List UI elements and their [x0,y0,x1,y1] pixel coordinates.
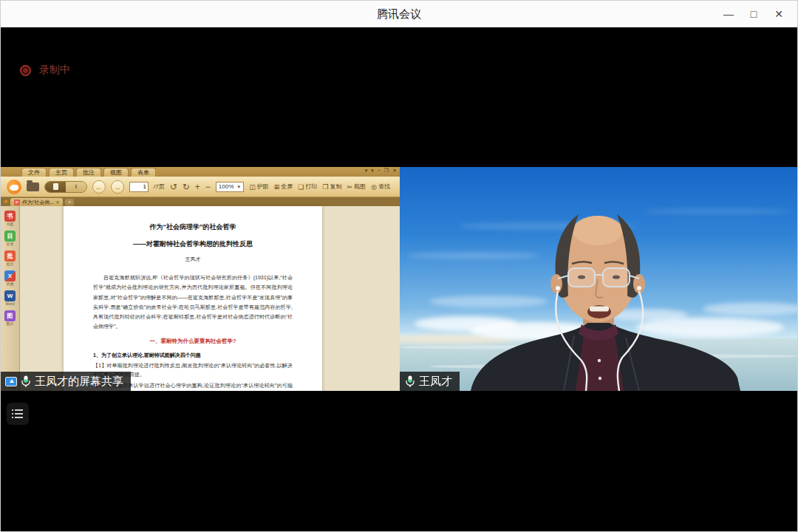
sidebar-label: Word [6,302,15,306]
camera-tile-nameplate: 王凤才 [400,372,460,391]
pdf-dropdown2-icon[interactable]: ▾ [371,168,374,174]
pdf-toolbar: ‖ ← → /7页 ↺ ↻ + − 100% ▼ [1,177,400,197]
pdf-app-logo-icon[interactable] [7,180,21,194]
pdf-menu-tab-view[interactable]: 视图 [103,168,129,177]
image-icon: 图 [4,310,16,321]
page-total-label: /7页 [154,183,165,191]
doc-paragraph-1: 自霍克海默就职演说,即《社会哲学的现状与社会研究所的任务》(1931)以来,“社… [93,273,293,332]
document-tab[interactable]: P 作为“社会病... × [10,198,63,206]
maximize-button[interactable]: □ [741,1,766,27]
zoom-level-value: 100% [219,183,233,190]
close-button[interactable]: ✕ [766,1,791,27]
tool-snapshot-button[interactable]: ✂ 截图 [347,183,366,191]
sidebar-label: 书签 [7,222,14,226]
tool-label: 打印 [305,183,317,191]
document-page: 作为“社会病理学”的社会哲学 ——对霍耐特社会哲学构想的批判性反思 王凤才 自霍… [64,206,322,391]
pdf-file-icon: P [14,200,20,205]
pdf-close-button[interactable]: ✕ [392,168,397,174]
screen-share-icon [5,377,17,386]
tool-print-button[interactable]: ❏ 打印 [298,183,317,191]
annotation-icon: 批 [4,250,16,262]
camera-tile[interactable]: 王凤才 [400,167,798,391]
microphone-icon [21,375,30,388]
tool-fullscreen-button[interactable]: ⊞ 全屏 [274,183,293,191]
zoom-in-icon[interactable]: + [195,183,200,191]
sidebar-contents-button[interactable]: 目 目录 [4,231,16,246]
camera-video-frame [400,167,798,391]
excel-convert-icon: X [4,270,16,282]
fullscreen-icon: ⊞ [274,183,280,191]
contents-icon: 目 [4,231,16,242]
document-tab-label: 作为“社会病... [22,199,54,206]
document-tab-close-icon[interactable]: × [56,200,59,205]
tool-label: 截图 [354,183,366,191]
page-back-button[interactable]: ← [92,180,106,194]
page-view-toggle[interactable]: ‖ [44,181,87,193]
sidebar-convert-excel-button[interactable]: X 转换 [4,270,16,286]
microphone-icon [406,375,415,388]
pdf-menu-tab-home[interactable]: 主页 [49,168,74,177]
pdf-menu-tab-file[interactable]: 文件 [21,168,47,177]
tool-find-button[interactable]: ◎ 查找 [371,183,390,191]
titlebar: 腾讯会议 — □ ✕ [1,1,797,27]
pdf-restore-button[interactable]: ❐ [384,168,389,174]
zoom-level-select[interactable]: 100% ▼ [216,182,244,192]
pdf-menubar: 文件 主页 批注 视图 表单 ▾ ▾ − ❐ ✕ [1,167,400,177]
pdf-menu-tab-comment[interactable]: 批注 [76,168,101,177]
collapse-panel-icon[interactable]: ◄ [2,197,8,206]
tool-label: 全屏 [281,183,293,191]
page-number-input[interactable] [129,182,149,192]
sidebar-image-button[interactable]: 图 图片 [4,310,16,326]
undo-icon[interactable]: ↺ [170,183,177,191]
agenda-list-button[interactable] [7,403,29,425]
tool-label: 复制 [330,183,341,191]
eyecare-icon: ◫ [249,183,256,191]
share-tile-nameplate: 王凤才的屏幕共享 [1,372,131,391]
redo-icon[interactable]: ↻ [183,183,190,191]
bookmark-icon: 书 [4,211,16,222]
new-tab-button[interactable]: + [65,199,74,206]
tool-eyecare-button[interactable]: ◫ 护眼 [249,183,269,191]
pdf-content-area: 书 书签 目 目录 批 批注 [1,206,400,391]
pdf-doc-tabstrip: ◄ P 作为“社会病... × + [1,197,400,206]
meeting-stage: 录制中 文件 主页 批注 视图 表单 ▾ ▾ − [1,27,798,532]
sidebar-annotation-button[interactable]: 批 批注 [4,250,16,266]
minimize-button[interactable]: — [716,1,741,27]
window-controls: — □ ✕ [716,1,791,27]
doc-author: 王凤才 [93,256,293,263]
zoom-caret-icon: ▼ [236,185,241,189]
snapshot-icon: ✂ [347,183,352,191]
recording-indicator: 录制中 [20,64,70,77]
tool-copy-button[interactable]: ❐ 复制 [322,183,341,191]
doc-point-1: 1、为了创立承认理论,霍耐特试图解决四个问题 [93,352,293,359]
doc-subtitle: ——对霍耐特社会哲学构想的批判性反思 [93,239,293,249]
pdf-canvas[interactable]: 作为“社会病理学”的社会哲学 ——对霍耐特社会哲学构想的批判性反思 王凤才 自霍… [20,206,400,391]
page-forward-button[interactable]: → [111,180,124,194]
sidebar-label: 目录 [7,242,14,246]
meeting-window: 腾讯会议 — □ ✕ 录制中 文件 主页 批注 视图 [0,0,798,532]
pdf-menu-tab-form[interactable]: 表单 [131,168,156,177]
copy-icon: ❐ [322,183,328,191]
doc-red-heading: 一、霍耐特为什么要重构社会哲学? [93,338,293,345]
single-page-view-icon[interactable] [45,182,66,192]
share-tile-name: 王凤才的屏幕共享 [35,375,123,389]
pdf-dropdown-icon[interactable]: ▾ [365,168,368,174]
recording-dot-icon [20,65,31,76]
open-file-icon[interactable] [27,183,39,191]
double-page-view-icon[interactable]: ‖ [66,182,86,192]
pdf-minimize-button[interactable]: − [378,168,381,174]
screen-share-tile[interactable]: 文件 主页 批注 视图 表单 ▾ ▾ − ❐ ✕ [1,167,400,391]
pdf-sidebar: 书 书签 目 目录 批 批注 [1,206,20,391]
list-icon [12,409,13,411]
sidebar-convert-word-button[interactable]: W Word [4,290,16,306]
recording-label: 录制中 [39,64,70,77]
sidebar-bookmark-button[interactable]: 书 书签 [4,211,16,226]
window-title: 腾讯会议 [377,7,421,21]
tool-label: 护眼 [257,183,269,191]
print-icon: ❏ [298,183,304,191]
pdf-reader-window: 文件 主页 批注 视图 表单 ▾ ▾ − ❐ ✕ [1,167,400,391]
zoom-out-icon[interactable]: − [205,183,211,191]
sidebar-label: 图片 [7,322,14,326]
camera-tile-name: 王凤才 [419,375,452,389]
video-grid: 文件 主页 批注 视图 表单 ▾ ▾ − ❐ ✕ [1,167,798,391]
